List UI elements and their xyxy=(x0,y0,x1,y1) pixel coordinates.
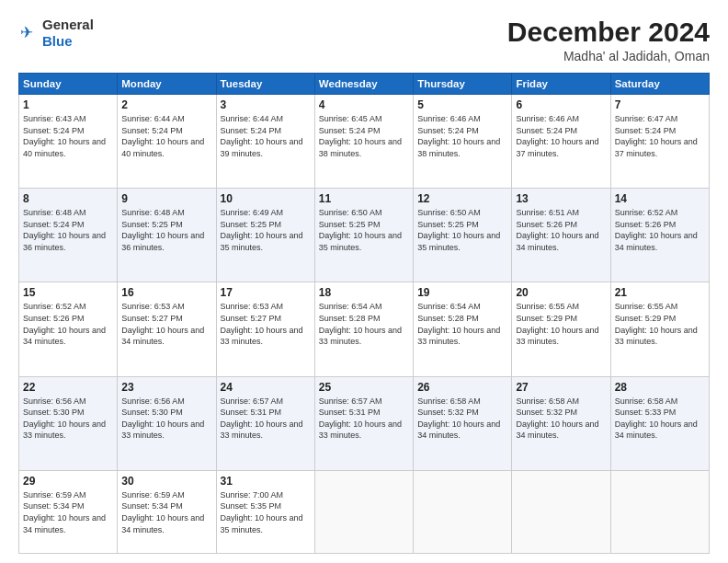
day-number: 10 xyxy=(221,192,311,205)
day-number: 18 xyxy=(319,286,409,299)
day-number: 17 xyxy=(221,286,311,299)
day-number: 19 xyxy=(417,286,507,299)
day-info: Sunrise: 6:48 AM Sunset: 5:25 PM Dayligh… xyxy=(121,207,211,253)
weekday-tuesday: Tuesday xyxy=(216,74,314,95)
day-number: 23 xyxy=(121,381,211,394)
day-info: Sunrise: 6:51 AM Sunset: 5:26 PM Dayligh… xyxy=(516,207,606,253)
week-row-2: 8 Sunrise: 6:48 AM Sunset: 5:24 PM Dayli… xyxy=(19,189,710,282)
logo-text: General Blue xyxy=(42,17,94,50)
calendar-cell: 22 Sunrise: 6:56 AM Sunset: 5:30 PM Dayl… xyxy=(19,376,118,470)
weekday-saturday: Saturday xyxy=(610,74,709,95)
calendar-cell: 7 Sunrise: 6:47 AM Sunset: 5:24 PM Dayli… xyxy=(610,95,709,189)
day-number: 22 xyxy=(23,381,113,394)
weekday-wednesday: Wednesday xyxy=(314,74,413,95)
day-info: Sunrise: 6:54 AM Sunset: 5:28 PM Dayligh… xyxy=(417,301,507,347)
day-info: Sunrise: 6:52 AM Sunset: 5:26 PM Dayligh… xyxy=(615,207,705,253)
calendar-body: 1 Sunrise: 6:43 AM Sunset: 5:24 PM Dayli… xyxy=(19,95,710,554)
calendar-cell: 21 Sunrise: 6:55 AM Sunset: 5:29 PM Dayl… xyxy=(610,282,709,376)
calendar-cell: 13 Sunrise: 6:51 AM Sunset: 5:26 PM Dayl… xyxy=(512,189,610,282)
calendar-cell: 26 Sunrise: 6:58 AM Sunset: 5:32 PM Dayl… xyxy=(414,376,512,470)
day-info: Sunrise: 6:57 AM Sunset: 5:31 PM Dayligh… xyxy=(221,396,311,442)
logo-blue: Blue xyxy=(42,33,73,49)
calendar-cell: 20 Sunrise: 6:55 AM Sunset: 5:29 PM Dayl… xyxy=(512,282,610,376)
day-info: Sunrise: 6:56 AM Sunset: 5:30 PM Dayligh… xyxy=(23,396,113,442)
day-info: Sunrise: 6:55 AM Sunset: 5:29 PM Dayligh… xyxy=(615,301,705,347)
svg-text:✈: ✈ xyxy=(20,23,33,41)
page: ✈ General Blue December 2024 Madha' al J… xyxy=(0,0,728,563)
month-title: December 2024 xyxy=(507,17,710,47)
calendar-cell: 30 Sunrise: 6:59 AM Sunset: 5:34 PM Dayl… xyxy=(118,470,216,553)
day-info: Sunrise: 6:50 AM Sunset: 5:25 PM Dayligh… xyxy=(319,207,409,253)
day-number: 31 xyxy=(221,475,311,488)
day-info: Sunrise: 6:53 AM Sunset: 5:27 PM Dayligh… xyxy=(221,301,311,347)
day-info: Sunrise: 6:44 AM Sunset: 5:24 PM Dayligh… xyxy=(121,113,211,159)
calendar-cell: 27 Sunrise: 6:58 AM Sunset: 5:32 PM Dayl… xyxy=(512,376,610,470)
location-title: Madha' al Jadidah, Oman xyxy=(507,49,710,63)
logo-general: General xyxy=(42,17,94,32)
day-number: 4 xyxy=(319,98,409,111)
day-info: Sunrise: 6:54 AM Sunset: 5:28 PM Dayligh… xyxy=(319,301,409,347)
day-info: Sunrise: 7:00 AM Sunset: 5:35 PM Dayligh… xyxy=(221,489,311,535)
day-number: 9 xyxy=(121,192,211,205)
day-number: 3 xyxy=(221,98,311,111)
day-number: 13 xyxy=(516,192,606,205)
day-number: 15 xyxy=(23,286,113,299)
calendar-cell: 4 Sunrise: 6:45 AM Sunset: 5:24 PM Dayli… xyxy=(314,95,413,189)
day-info: Sunrise: 6:59 AM Sunset: 5:34 PM Dayligh… xyxy=(23,489,113,535)
weekday-monday: Monday xyxy=(118,74,216,95)
calendar-cell: 11 Sunrise: 6:50 AM Sunset: 5:25 PM Dayl… xyxy=(314,189,413,282)
calendar-cell: 25 Sunrise: 6:57 AM Sunset: 5:31 PM Dayl… xyxy=(314,376,413,470)
calendar-cell xyxy=(314,470,413,553)
day-info: Sunrise: 6:48 AM Sunset: 5:24 PM Dayligh… xyxy=(23,207,113,253)
day-number: 30 xyxy=(121,475,211,488)
week-row-3: 15 Sunrise: 6:52 AM Sunset: 5:26 PM Dayl… xyxy=(19,282,710,376)
week-row-1: 1 Sunrise: 6:43 AM Sunset: 5:24 PM Dayli… xyxy=(19,95,710,189)
day-info: Sunrise: 6:53 AM Sunset: 5:27 PM Dayligh… xyxy=(121,301,211,347)
day-number: 6 xyxy=(516,98,606,111)
day-number: 29 xyxy=(23,475,113,488)
day-number: 27 xyxy=(516,381,606,394)
day-info: Sunrise: 6:49 AM Sunset: 5:25 PM Dayligh… xyxy=(221,207,311,253)
calendar-cell: 8 Sunrise: 6:48 AM Sunset: 5:24 PM Dayli… xyxy=(19,189,118,282)
day-number: 21 xyxy=(615,286,705,299)
calendar-cell: 14 Sunrise: 6:52 AM Sunset: 5:26 PM Dayl… xyxy=(610,189,709,282)
day-number: 24 xyxy=(221,381,311,394)
calendar-cell: 24 Sunrise: 6:57 AM Sunset: 5:31 PM Dayl… xyxy=(216,376,314,470)
day-info: Sunrise: 6:55 AM Sunset: 5:29 PM Dayligh… xyxy=(516,301,606,347)
header: ✈ General Blue December 2024 Madha' al J… xyxy=(18,17,710,63)
calendar-cell: 5 Sunrise: 6:46 AM Sunset: 5:24 PM Dayli… xyxy=(414,95,512,189)
day-number: 12 xyxy=(417,192,507,205)
day-number: 7 xyxy=(615,98,705,111)
calendar-cell xyxy=(512,470,610,553)
calendar-cell: 18 Sunrise: 6:54 AM Sunset: 5:28 PM Dayl… xyxy=(314,282,413,376)
calendar-cell xyxy=(610,470,709,553)
day-number: 20 xyxy=(516,286,606,299)
day-info: Sunrise: 6:43 AM Sunset: 5:24 PM Dayligh… xyxy=(23,113,113,159)
calendar-cell: 17 Sunrise: 6:53 AM Sunset: 5:27 PM Dayl… xyxy=(216,282,314,376)
day-info: Sunrise: 6:46 AM Sunset: 5:24 PM Dayligh… xyxy=(516,113,606,159)
calendar-cell: 10 Sunrise: 6:49 AM Sunset: 5:25 PM Dayl… xyxy=(216,189,314,282)
day-info: Sunrise: 6:46 AM Sunset: 5:24 PM Dayligh… xyxy=(417,113,507,159)
day-number: 25 xyxy=(319,381,409,394)
logo: ✈ General Blue xyxy=(18,17,94,50)
calendar-cell: 2 Sunrise: 6:44 AM Sunset: 5:24 PM Dayli… xyxy=(118,95,216,189)
calendar-cell: 9 Sunrise: 6:48 AM Sunset: 5:25 PM Dayli… xyxy=(118,189,216,282)
day-number: 1 xyxy=(23,98,113,111)
weekday-header-row: SundayMondayTuesdayWednesdayThursdayFrid… xyxy=(19,74,710,95)
day-number: 8 xyxy=(23,192,113,205)
day-number: 5 xyxy=(417,98,507,111)
day-info: Sunrise: 6:50 AM Sunset: 5:25 PM Dayligh… xyxy=(417,207,507,253)
day-info: Sunrise: 6:45 AM Sunset: 5:24 PM Dayligh… xyxy=(319,113,409,159)
calendar-cell: 19 Sunrise: 6:54 AM Sunset: 5:28 PM Dayl… xyxy=(414,282,512,376)
day-info: Sunrise: 6:59 AM Sunset: 5:34 PM Dayligh… xyxy=(121,489,211,535)
day-number: 14 xyxy=(615,192,705,205)
calendar-cell: 16 Sunrise: 6:53 AM Sunset: 5:27 PM Dayl… xyxy=(118,282,216,376)
calendar-table: SundayMondayTuesdayWednesdayThursdayFrid… xyxy=(18,73,710,554)
day-info: Sunrise: 6:44 AM Sunset: 5:24 PM Dayligh… xyxy=(221,113,311,159)
day-info: Sunrise: 6:52 AM Sunset: 5:26 PM Dayligh… xyxy=(23,301,113,347)
weekday-thursday: Thursday xyxy=(414,74,512,95)
calendar-cell: 31 Sunrise: 7:00 AM Sunset: 5:35 PM Dayl… xyxy=(216,470,314,553)
calendar-cell: 15 Sunrise: 6:52 AM Sunset: 5:26 PM Dayl… xyxy=(19,282,118,376)
calendar-cell: 1 Sunrise: 6:43 AM Sunset: 5:24 PM Dayli… xyxy=(19,95,118,189)
day-info: Sunrise: 6:58 AM Sunset: 5:33 PM Dayligh… xyxy=(615,396,705,442)
